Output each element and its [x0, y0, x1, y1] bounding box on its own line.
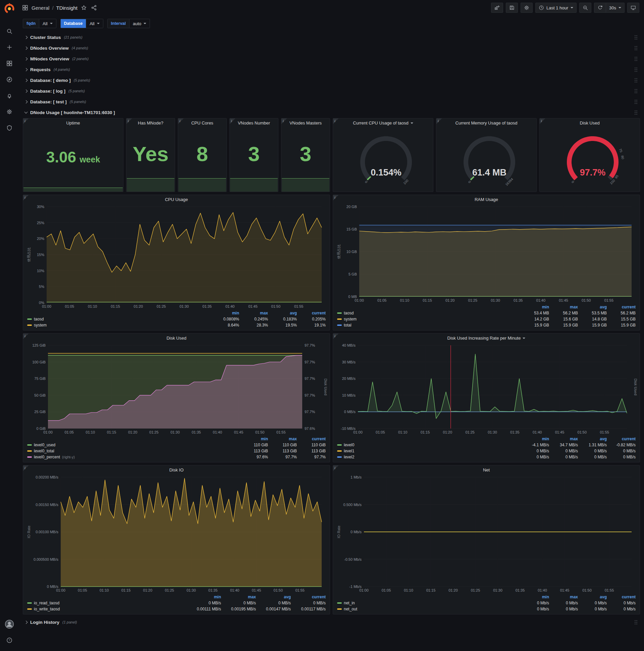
legend-series-name[interactable]: net_out — [337, 607, 520, 611]
legend-column-current[interactable]: current — [297, 311, 326, 315]
row-header-mnodes-overview[interactable]: MNodes Overview(2 panels) — [23, 54, 640, 64]
drag-handle-icon[interactable] — [634, 35, 638, 40]
grafana-logo-icon[interactable] — [3, 2, 15, 14]
legend-column-current[interactable]: current — [607, 437, 636, 441]
panel-title[interactable]: Disk Used — [540, 119, 640, 127]
row-header-cluster-status[interactable]: Cluster Status(21 panels) — [23, 32, 640, 42]
legend-series-name[interactable]: io_write_taosd — [27, 607, 186, 611]
disk-used-increasing-rate-chart-area[interactable]: -10 MB/s0 MB/s10 MB/s20 MB/s30 MB/s40 MB… — [336, 343, 637, 435]
disk-io-plot[interactable]: 0 MB/s0.000500 MB/s0.00100 MB/s0.00150 M… — [26, 474, 327, 593]
ram-usage-plot[interactable]: 0 MB5 GB10 GB15 GB20 GB01:0001:0501:1001… — [336, 204, 637, 303]
legend-column-avg[interactable]: avg — [578, 305, 607, 309]
panel-info-icon[interactable]: i — [23, 465, 29, 471]
search-button[interactable] — [3, 26, 16, 37]
legend-series-name[interactable]: net_in — [337, 601, 520, 606]
drag-handle-icon[interactable] — [634, 89, 638, 94]
legend-series-name[interactable]: level0_used — [27, 443, 239, 447]
panel-title[interactable]: RAM Usage — [333, 195, 640, 204]
row-header-dnodes-overview[interactable]: DNodes Overview(4 panels) — [23, 43, 640, 53]
drag-handle-icon[interactable] — [634, 78, 638, 83]
legend-column-max[interactable]: max — [549, 595, 578, 599]
row-header-dnode-usage-huolinhe-tm1701-6030[interactable]: DNode Usage [ huolinhe-TM1701:6030 ] — [23, 107, 640, 118]
panel-info-icon[interactable]: i — [333, 119, 339, 124]
panel-info-icon[interactable]: i — [23, 119, 29, 124]
legend-column-max[interactable]: max — [549, 305, 578, 309]
legend-series-name[interactable]: level1 — [337, 448, 520, 453]
drag-handle-icon[interactable] — [634, 56, 638, 61]
panel-info-icon[interactable]: i — [333, 334, 339, 340]
configuration-button[interactable] — [3, 106, 16, 118]
panel-info-icon[interactable]: i — [23, 195, 29, 201]
variable-Database[interactable]: DatabaseAll — [60, 19, 103, 28]
panel-title[interactable]: CPU Cores — [178, 119, 226, 127]
user-avatar[interactable] — [3, 619, 16, 630]
legend-column-min[interactable]: min — [210, 311, 239, 315]
panel-info-icon[interactable]: i — [178, 119, 184, 124]
dashboards-button[interactable] — [3, 58, 16, 69]
panel-title[interactable]: Current Memory Usage of taosd — [437, 119, 536, 127]
share-icon[interactable] — [91, 5, 97, 11]
panel-info-icon[interactable]: i — [437, 119, 443, 124]
variable-Interval[interactable]: Intervalauto — [107, 19, 150, 28]
legend-column-min[interactable]: min — [520, 305, 549, 309]
panel-title[interactable]: Disk Used — [23, 334, 330, 343]
panel-title[interactable]: Has MNode? — [126, 119, 175, 127]
legend-column-avg[interactable]: avg — [268, 311, 297, 315]
panel-title[interactable]: Uptime — [23, 119, 123, 127]
drag-handle-icon[interactable] — [634, 110, 638, 115]
row-header-database-log[interactable]: Database: [ log ](5 panels) — [23, 86, 640, 96]
legend-column-avg[interactable]: avg — [578, 595, 607, 599]
cpu-usage-chart-area[interactable]: 0%5%10%15%20%25%30%01:0001:0501:1001:150… — [26, 204, 327, 309]
legend-column-current[interactable]: current — [607, 305, 636, 309]
cpu-usage-plot[interactable]: 0%5%10%15%20%25%30%01:0001:0501:1001:150… — [26, 204, 327, 309]
legend-column-max[interactable]: max — [549, 437, 578, 441]
legend-series-name[interactable]: taosd — [27, 317, 210, 321]
alerting-button[interactable] — [3, 90, 16, 102]
legend-series-name[interactable]: level0 — [337, 443, 520, 447]
panel-info-icon[interactable]: i — [540, 119, 546, 124]
legend-column-max[interactable]: max — [221, 595, 256, 599]
create-button[interactable] — [3, 42, 16, 53]
panel-info-icon[interactable]: i — [230, 119, 236, 124]
net-plot[interactable]: -1 Mb/s-0.50 Mb/s0 Mb/s0.500 Mb/s1 Mb/s0… — [336, 474, 637, 593]
row-header-requests[interactable]: Requests(4 panels) — [23, 64, 640, 74]
legend-series-name[interactable]: io_read_taosd — [27, 601, 186, 606]
panel-title[interactable]: VNodes Number — [230, 119, 278, 127]
panel-info-icon[interactable]: i — [333, 465, 339, 471]
variable-value-dropdown[interactable]: All — [86, 19, 103, 28]
zoom-out-button[interactable] — [579, 3, 591, 13]
variable-fqdn[interactable]: fqdnAll — [23, 19, 56, 28]
legend-column-min[interactable]: min — [239, 437, 268, 441]
legend-column-max[interactable]: max — [268, 437, 297, 441]
drag-handle-icon[interactable] — [634, 620, 638, 625]
legend-column-min[interactable]: min — [520, 595, 549, 599]
cycle-view-button[interactable] — [627, 3, 639, 13]
legend-series-name[interactable]: level0_total — [27, 448, 239, 453]
panel-title[interactable]: Current CPU Usage of taosd — [333, 119, 433, 127]
refresh-interval-picker[interactable]: 30s — [606, 3, 624, 13]
legend-column-avg[interactable]: avg — [578, 437, 607, 441]
legend-column-current[interactable]: current — [607, 595, 636, 599]
variable-value-dropdown[interactable]: auto — [129, 19, 150, 28]
legend-series-name[interactable]: total — [337, 323, 520, 328]
variable-value-dropdown[interactable]: All — [39, 19, 56, 28]
drag-handle-icon[interactable] — [634, 99, 638, 104]
time-range-picker[interactable]: Last 1 hour — [535, 3, 577, 13]
legend-column-current[interactable]: current — [291, 595, 326, 599]
panel-title[interactable]: Disk Used Increasing Rate per Minute — [333, 334, 640, 343]
panel-title[interactable]: CPU Usage — [23, 195, 330, 204]
save-dashboard-button[interactable] — [506, 3, 518, 13]
server-admin-button[interactable] — [3, 122, 16, 134]
legend-series-name[interactable]: level2 — [337, 455, 520, 459]
panel-title[interactable]: VNodes Masters — [282, 119, 330, 127]
panel-info-icon[interactable]: i — [23, 334, 29, 340]
disk-io-chart-area[interactable]: 0 MB/s0.000500 MB/s0.00100 MB/s0.00150 M… — [26, 474, 327, 593]
legend-column-current[interactable]: current — [297, 437, 326, 441]
net-chart-area[interactable]: -1 Mb/s-0.50 Mb/s0 Mb/s0.500 Mb/s1 Mb/s0… — [336, 474, 637, 593]
breadcrumb-dashboard[interactable]: TDinsight — [56, 5, 77, 11]
drag-handle-icon[interactable] — [634, 45, 638, 51]
explore-button[interactable] — [3, 74, 16, 86]
breadcrumb-folder[interactable]: General — [32, 5, 49, 11]
panel-info-icon[interactable]: i — [333, 195, 339, 201]
legend-column-avg[interactable]: avg — [256, 595, 291, 599]
